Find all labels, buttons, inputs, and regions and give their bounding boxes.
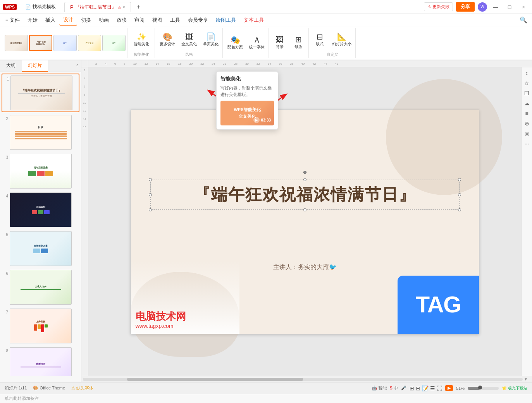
smart-beautify-btn[interactable]: ✨ 智能美化 (131, 31, 152, 48)
menu-member[interactable]: 会员专享 (184, 15, 212, 25)
slide-item-5[interactable]: 5 会场策划方案 (2, 230, 79, 267)
minimize-button[interactable]: — (490, 2, 501, 12)
slide-title-box[interactable]: 『端午狂欢祝福浓情满节日』 (150, 180, 460, 210)
play-btn[interactable]: ▶ (445, 385, 453, 391)
slide-subtitle-container[interactable]: 主讲人：务实的大雁🐦 (131, 257, 479, 271)
scroll-down-btn[interactable]: ▼ (523, 376, 529, 382)
ruler-corner (81, 60, 88, 67)
slide-size-btn[interactable]: 📐 幻灯片大小 (330, 31, 354, 48)
menu-slideshow[interactable]: 放映 (113, 15, 131, 25)
menu-animation[interactable]: 动画 (95, 15, 113, 25)
menu-transition[interactable]: 切换 (77, 15, 95, 25)
search-btn[interactable]: 🔍 (517, 16, 530, 24)
panel-collapse-btn[interactable]: ‹ (73, 60, 81, 72)
zoom-thumb[interactable] (478, 386, 482, 389)
slide-item-1[interactable]: 1 『端午狂欢祝福浓情满节日』 主讲人：务实的大雁 (2, 74, 79, 112)
sr-star-icon[interactable]: ☆ (523, 79, 531, 87)
menu-tools[interactable]: 工具 (166, 15, 184, 25)
update-fail-btn[interactable]: ⚠ 更新失败 (424, 2, 453, 11)
sr-expand-icon[interactable]: ↕ (523, 69, 531, 77)
view-notes-icon[interactable]: 📝 (422, 385, 429, 391)
menu-insert[interactable]: 插入 (41, 15, 59, 25)
view-fullscreen-icon[interactable]: ⛶ (437, 385, 442, 391)
handle-tr[interactable] (458, 178, 461, 181)
handle-br[interactable] (458, 208, 461, 211)
handle-bl[interactable] (149, 208, 152, 211)
sr-add-icon[interactable]: ⊕ (523, 119, 531, 128)
ruler-horizontal: 2 4 6 8 10 12 14 16 18 20 22 24 26 28 30… (88, 60, 532, 67)
template-thumb-1[interactable]: 端午活动策划 (5, 35, 28, 51)
rotate-handle[interactable] (303, 171, 306, 174)
full-beautify-btn[interactable]: 🖼 全文美化 (179, 31, 199, 48)
sr-cloud-icon[interactable]: ☁ (523, 99, 531, 108)
view-normal-icon[interactable]: ⊞ (410, 385, 414, 391)
menu-bar: ≡ 文件 开始 插入 设计 切换 动画 放映 审阅 视图 工具 会员专享 绘图工… (0, 14, 532, 26)
tab-slides[interactable]: 幻灯片 (22, 60, 48, 72)
single-beautify-btn[interactable]: 📄 单页美化 (201, 31, 221, 48)
sidebar-right: ↕ ☆ ❐ ☁ ≡ ⊕ ◎ ··· (521, 67, 532, 376)
aurora-download[interactable]: 🌟 极光下载站 (502, 386, 527, 391)
sr-copy-icon[interactable]: ❐ (523, 89, 531, 98)
slide-thumb-2: 目录 (10, 115, 72, 150)
menu-design[interactable]: 设计 (59, 15, 77, 26)
view-list-icon[interactable]: ☰ (430, 385, 435, 391)
add-slide-btn[interactable]: + (0, 376, 81, 382)
slide-item-4[interactable]: 4 活动策划 (2, 191, 79, 228)
sr-circle-icon[interactable]: ◎ (523, 129, 531, 138)
unified-font-btn[interactable]: Ａ 统一字体 (247, 34, 267, 51)
tooltip-play: ▶ 03:33 (253, 117, 271, 123)
ribbon-section-beautify-label: 智能美化 (134, 52, 149, 58)
canvas-area[interactable]: 智能美化 写好内容，对整个演示文档进行美化排版。 WPS智能美化 全文美化 ▶ … (88, 67, 521, 376)
handle-bm[interactable] (303, 208, 306, 211)
menu-drawing-tools[interactable]: 绘图工具 (212, 15, 240, 25)
status-bar: 幻灯片 1/11 🎨 Office Theme ⚠ 缺失字体 🤖 智能 S 中 … (0, 382, 532, 394)
template-thumb-4[interactable]: 产业策划 (78, 35, 101, 51)
slide-item-3[interactable]: 3 端午活动背景 (2, 153, 79, 190)
notes-bar[interactable]: 单击此处添加备注 (0, 394, 532, 403)
tab-document[interactable]: P 『端午狂...满节日』 ⚠ × (64, 2, 131, 12)
master-btn[interactable]: ⊞ 母版 (290, 34, 307, 51)
template-thumb-5[interactable]: 端午 (102, 35, 126, 51)
slide-item-7[interactable]: 7 龙舟竞技 (2, 307, 79, 345)
slide-thumb-6: 文化大方向 (10, 270, 72, 305)
share-button[interactable]: 分享 (456, 2, 475, 12)
tab-close-btn[interactable]: × (123, 5, 125, 9)
main-body: 大纲 幻灯片 ‹ 1 『端午狂欢祝福浓情满节日』 主讲人：务实的大雁 (0, 60, 532, 382)
tab-template[interactable]: 📄 找稿壳模板 (20, 2, 61, 12)
slide-item-8[interactable]: 8 感谢聆听 (2, 346, 79, 376)
handle-mr[interactable] (458, 193, 461, 196)
format-btn[interactable]: ⊟ 版式 (311, 31, 328, 48)
more-design-btn[interactable]: 🎨 更多设计 (157, 31, 177, 48)
tooltip-description: 写好内容，对整个演示文档进行美化排版。 (220, 85, 274, 98)
color-scheme-btn[interactable]: 🎭 配色方案 (225, 34, 245, 51)
template-thumb-2[interactable]: 『端午狂欢 祝福浓情』 (29, 35, 52, 51)
slides-panel: 大纲 幻灯片 ‹ 1 『端午狂欢祝福浓情满节日』 主讲人：务实的大雁 (0, 60, 81, 382)
mic-icon[interactable]: 🎤 (401, 386, 406, 391)
close-button[interactable]: × (518, 2, 529, 12)
tab-add-btn[interactable]: + (134, 2, 143, 12)
menu-text-tools[interactable]: 文本工具 (240, 15, 268, 25)
smart-beautify-icon: ✨ (137, 33, 146, 41)
menu-home[interactable]: 开始 (24, 15, 41, 25)
template-thumb-3[interactable]: 端午 (53, 35, 77, 51)
slide-item-2[interactable]: 2 目录 (2, 114, 79, 151)
handle-tm[interactable] (303, 178, 306, 181)
play-circle-icon[interactable]: ▶ (253, 117, 260, 123)
sr-menu-icon[interactable]: ≡ (523, 109, 531, 118)
handle-tl[interactable] (149, 178, 152, 181)
scrollbar-h-track[interactable] (83, 378, 523, 381)
background-btn[interactable]: 🖼 背景 (271, 34, 288, 51)
tab-outline[interactable]: 大纲 (0, 60, 22, 72)
menu-view[interactable]: 视图 (148, 15, 166, 25)
unified-font-icon: Ａ (253, 36, 261, 44)
scrollbar-h-thumb[interactable] (127, 378, 303, 381)
menu-review[interactable]: 审阅 (131, 15, 148, 25)
menu-file[interactable]: ≡ 文件 (2, 15, 24, 25)
handle-ml[interactable] (149, 193, 152, 196)
view-grid-icon[interactable]: ⊟ (416, 385, 420, 391)
sr-more-icon[interactable]: ··· (523, 139, 531, 148)
maximize-button[interactable]: □ (504, 2, 515, 12)
zoom-slider[interactable] (468, 387, 499, 390)
slide-item-6[interactable]: 6 文化大方向 (2, 269, 79, 306)
color-scheme-icon: 🎭 (231, 36, 240, 44)
